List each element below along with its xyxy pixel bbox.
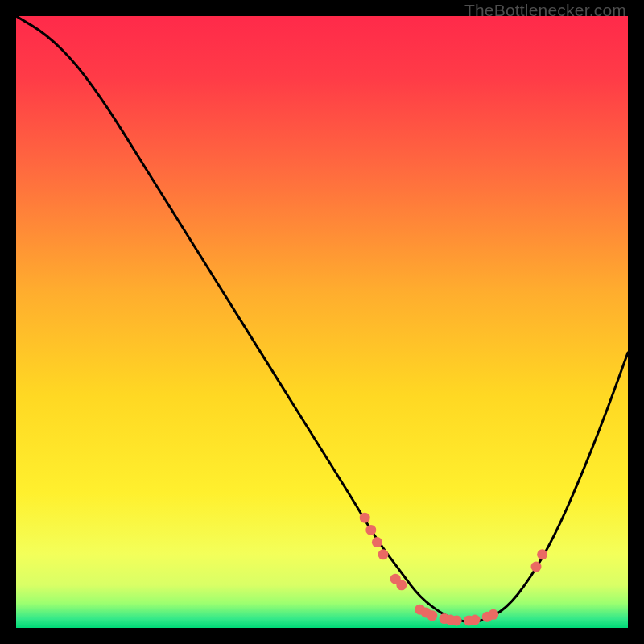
curve-marker [360,513,370,523]
curve-marker [452,615,462,625]
curve-marker [372,537,382,547]
curve-marker [537,549,547,559]
watermark-text: TheBottlenecker.com [464,1,626,20]
bottleneck-chart [16,16,628,628]
curve-marker [470,615,481,625]
curve-marker [488,609,498,620]
curve-marker [378,549,389,559]
curve-marker [427,610,437,621]
curve-marker [531,562,542,572]
curve-marker [365,525,376,535]
curve-marker [396,580,407,590]
chart-frame [16,16,628,628]
